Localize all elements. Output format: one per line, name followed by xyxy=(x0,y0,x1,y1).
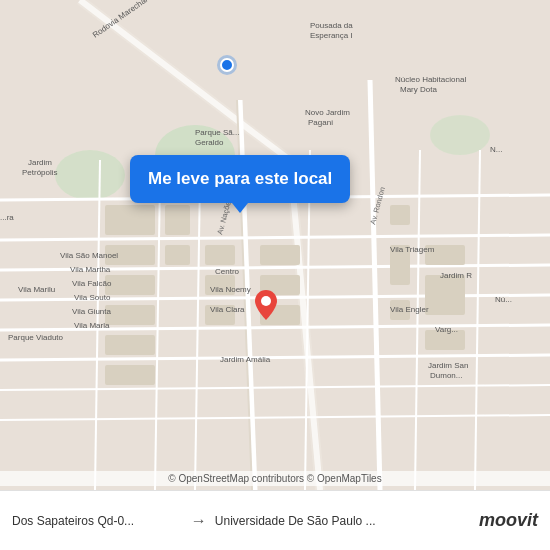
svg-text:Vila Triagem: Vila Triagem xyxy=(390,245,435,254)
svg-text:Vila Engler: Vila Engler xyxy=(390,305,429,314)
svg-rect-12 xyxy=(205,245,235,265)
moovit-logo: moovit xyxy=(479,510,538,531)
svg-text:...ra: ...ra xyxy=(0,213,14,222)
svg-text:Vila São Manoel: Vila São Manoel xyxy=(60,251,118,260)
svg-text:Pousada da: Pousada da xyxy=(310,21,353,30)
svg-rect-9 xyxy=(105,305,155,325)
svg-text:Jardim San: Jardim San xyxy=(428,361,468,370)
svg-text:Jardim: Jardim xyxy=(28,158,52,167)
svg-rect-8 xyxy=(105,275,155,295)
svg-text:Vila Giunta: Vila Giunta xyxy=(72,307,112,316)
popup-text: Me leve para este local xyxy=(148,169,332,188)
svg-point-58 xyxy=(261,296,271,306)
svg-rect-7 xyxy=(165,245,190,265)
svg-text:N...: N... xyxy=(490,145,502,154)
start-location-dot xyxy=(220,58,234,72)
bottom-bar: Dos Sapateiros Qd-0... → Universidade De… xyxy=(0,490,550,550)
svg-text:Mary Dota: Mary Dota xyxy=(400,85,437,94)
from-label: Dos Sapateiros Qd-0... xyxy=(12,514,183,528)
svg-text:Vila Clara: Vila Clara xyxy=(210,305,245,314)
svg-text:Vila Falcão: Vila Falcão xyxy=(72,279,112,288)
svg-rect-22 xyxy=(425,275,465,315)
svg-text:Centro: Centro xyxy=(215,267,240,276)
svg-text:Varg...: Varg... xyxy=(435,325,458,334)
to-label: Universidade De São Paulo ... xyxy=(215,514,471,528)
svg-rect-11 xyxy=(105,365,155,385)
svg-text:Nú...: Nú... xyxy=(495,295,512,304)
svg-text:Jardim R: Jardim R xyxy=(440,271,472,280)
moovit-logo-text: moovit xyxy=(479,510,538,530)
svg-text:Novo Jardim: Novo Jardim xyxy=(305,108,350,117)
svg-text:Esperança I: Esperança I xyxy=(310,31,353,40)
svg-text:Jardim Amália: Jardim Amália xyxy=(220,355,271,364)
svg-text:Vila Marla: Vila Marla xyxy=(74,321,110,330)
svg-text:Parque Viaduto: Parque Viaduto xyxy=(8,333,64,342)
direction-arrow: → xyxy=(191,512,207,530)
attribution-text: © OpenStreetMap contributors © OpenMapTi… xyxy=(168,473,381,484)
svg-rect-4 xyxy=(105,205,155,235)
svg-point-2 xyxy=(55,150,125,200)
svg-rect-5 xyxy=(165,205,190,235)
map-svg: Rodovia Marechal Rondon Pousada da Esper… xyxy=(0,0,550,490)
svg-text:Geraldo: Geraldo xyxy=(195,138,224,147)
svg-text:Vila Marilu: Vila Marilu xyxy=(18,285,55,294)
svg-text:Parque Sã...: Parque Sã... xyxy=(195,128,239,137)
svg-text:Vila Noemy: Vila Noemy xyxy=(210,285,251,294)
svg-text:Vila Souto: Vila Souto xyxy=(74,293,111,302)
svg-text:Petrópolis: Petrópolis xyxy=(22,168,58,177)
map-attribution: © OpenStreetMap contributors © OpenMapTi… xyxy=(0,471,550,486)
svg-text:Núcleo Habitacional: Núcleo Habitacional xyxy=(395,75,466,84)
svg-text:Vila Martha: Vila Martha xyxy=(70,265,111,274)
svg-rect-10 xyxy=(105,335,155,355)
destination-pin xyxy=(255,290,277,324)
svg-rect-15 xyxy=(260,245,300,265)
map-container: Rodovia Marechal Rondon Pousada da Esper… xyxy=(0,0,550,490)
svg-rect-18 xyxy=(390,205,410,225)
svg-text:Dumon...: Dumon... xyxy=(430,371,462,380)
svg-point-3 xyxy=(430,115,490,155)
svg-text:Pagani: Pagani xyxy=(308,118,333,127)
map-popup[interactable]: Me leve para este local xyxy=(130,155,350,203)
